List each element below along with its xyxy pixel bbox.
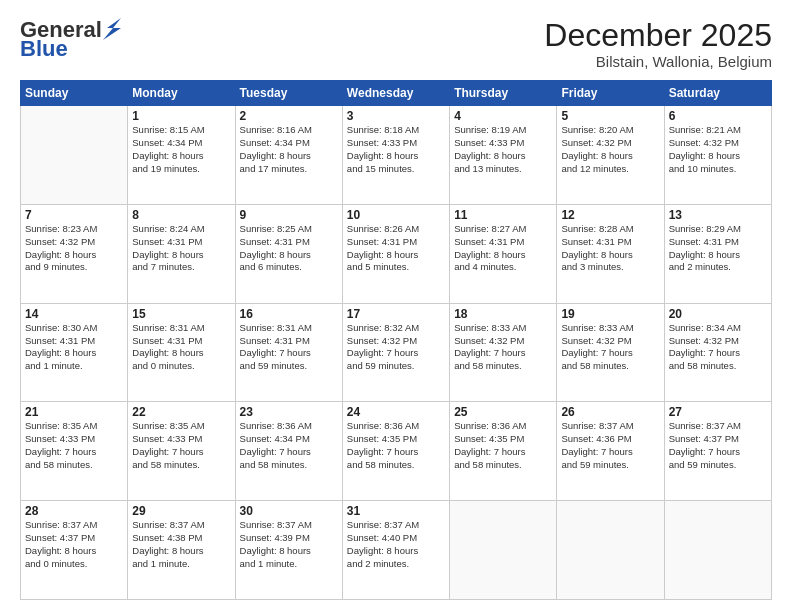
table-row: 23Sunrise: 8:36 AMSunset: 4:34 PMDayligh…	[235, 402, 342, 501]
day-info-line: Daylight: 8 hours	[25, 347, 123, 360]
day-number: 21	[25, 405, 123, 419]
day-info-line: and 17 minutes.	[240, 163, 338, 176]
day-info-line: Sunset: 4:31 PM	[132, 335, 230, 348]
day-number: 2	[240, 109, 338, 123]
day-info-line: Sunrise: 8:23 AM	[25, 223, 123, 236]
day-number: 11	[454, 208, 552, 222]
day-number: 1	[132, 109, 230, 123]
col-monday: Monday	[128, 81, 235, 106]
day-info-line: Sunset: 4:32 PM	[347, 335, 445, 348]
day-info-line: Sunrise: 8:33 AM	[454, 322, 552, 335]
day-number: 13	[669, 208, 767, 222]
day-info-line: and 1 minute.	[240, 558, 338, 571]
day-info-line: Daylight: 8 hours	[240, 249, 338, 262]
day-info-line: and 15 minutes.	[347, 163, 445, 176]
day-info-line: and 0 minutes.	[25, 558, 123, 571]
day-number: 26	[561, 405, 659, 419]
day-info-line: Sunrise: 8:37 AM	[669, 420, 767, 433]
day-info-line: Sunrise: 8:27 AM	[454, 223, 552, 236]
day-info-line: Sunrise: 8:24 AM	[132, 223, 230, 236]
day-info-line: Daylight: 8 hours	[25, 545, 123, 558]
day-info-line: Sunrise: 8:30 AM	[25, 322, 123, 335]
day-info-line: Sunrise: 8:37 AM	[240, 519, 338, 532]
day-info-line: Daylight: 7 hours	[561, 347, 659, 360]
day-info-line: Sunrise: 8:32 AM	[347, 322, 445, 335]
table-row: 27Sunrise: 8:37 AMSunset: 4:37 PMDayligh…	[664, 402, 771, 501]
day-info-line: Daylight: 8 hours	[132, 150, 230, 163]
day-info-line: Sunrise: 8:31 AM	[240, 322, 338, 335]
col-wednesday: Wednesday	[342, 81, 449, 106]
day-number: 5	[561, 109, 659, 123]
day-info-line: Daylight: 7 hours	[347, 347, 445, 360]
day-number: 17	[347, 307, 445, 321]
day-number: 19	[561, 307, 659, 321]
header: General Blue December 2025 Bilstain, Wal…	[20, 18, 772, 70]
day-number: 3	[347, 109, 445, 123]
day-info-line: Daylight: 8 hours	[240, 545, 338, 558]
table-row: 2Sunrise: 8:16 AMSunset: 4:34 PMDaylight…	[235, 106, 342, 205]
day-number: 12	[561, 208, 659, 222]
day-info-line: Daylight: 8 hours	[347, 545, 445, 558]
day-number: 24	[347, 405, 445, 419]
day-info-line: and 12 minutes.	[561, 163, 659, 176]
logo: General Blue	[20, 18, 121, 60]
day-number: 6	[669, 109, 767, 123]
day-info-line: Daylight: 8 hours	[132, 545, 230, 558]
table-row: 13Sunrise: 8:29 AMSunset: 4:31 PMDayligh…	[664, 204, 771, 303]
table-row: 14Sunrise: 8:30 AMSunset: 4:31 PMDayligh…	[21, 303, 128, 402]
day-info-line: and 19 minutes.	[132, 163, 230, 176]
day-info-line: and 5 minutes.	[347, 261, 445, 274]
col-tuesday: Tuesday	[235, 81, 342, 106]
table-row	[557, 501, 664, 600]
day-info-line: Daylight: 8 hours	[240, 150, 338, 163]
table-row: 28Sunrise: 8:37 AMSunset: 4:37 PMDayligh…	[21, 501, 128, 600]
calendar-week-row: 21Sunrise: 8:35 AMSunset: 4:33 PMDayligh…	[21, 402, 772, 501]
day-number: 23	[240, 405, 338, 419]
table-row	[450, 501, 557, 600]
day-info-line: Sunset: 4:36 PM	[561, 433, 659, 446]
day-info-line: and 7 minutes.	[132, 261, 230, 274]
table-row: 6Sunrise: 8:21 AMSunset: 4:32 PMDaylight…	[664, 106, 771, 205]
day-info-line: Daylight: 8 hours	[347, 150, 445, 163]
day-info-line: Daylight: 8 hours	[454, 150, 552, 163]
day-info-line: Sunset: 4:33 PM	[25, 433, 123, 446]
day-info-line: and 9 minutes.	[25, 261, 123, 274]
day-info-line: and 58 minutes.	[347, 459, 445, 472]
day-info-line: and 59 minutes.	[669, 459, 767, 472]
day-info-line: Sunset: 4:38 PM	[132, 532, 230, 545]
day-number: 20	[669, 307, 767, 321]
day-info-line: Sunset: 4:37 PM	[669, 433, 767, 446]
day-info-line: Daylight: 8 hours	[454, 249, 552, 262]
table-row: 4Sunrise: 8:19 AMSunset: 4:33 PMDaylight…	[450, 106, 557, 205]
day-info-line: Daylight: 7 hours	[669, 347, 767, 360]
day-info-line: Sunrise: 8:25 AM	[240, 223, 338, 236]
table-row: 30Sunrise: 8:37 AMSunset: 4:39 PMDayligh…	[235, 501, 342, 600]
page: General Blue December 2025 Bilstain, Wal…	[0, 0, 792, 612]
day-info-line: Sunrise: 8:33 AM	[561, 322, 659, 335]
table-row: 25Sunrise: 8:36 AMSunset: 4:35 PMDayligh…	[450, 402, 557, 501]
day-number: 30	[240, 504, 338, 518]
table-row: 3Sunrise: 8:18 AMSunset: 4:33 PMDaylight…	[342, 106, 449, 205]
day-info-line: Sunrise: 8:15 AM	[132, 124, 230, 137]
calendar-week-row: 28Sunrise: 8:37 AMSunset: 4:37 PMDayligh…	[21, 501, 772, 600]
day-info-line: and 10 minutes.	[669, 163, 767, 176]
day-info-line: and 58 minutes.	[454, 459, 552, 472]
day-info-line: Sunset: 4:33 PM	[454, 137, 552, 150]
day-info-line: Sunrise: 8:37 AM	[132, 519, 230, 532]
day-info-line: Sunrise: 8:20 AM	[561, 124, 659, 137]
day-info-line: Daylight: 8 hours	[669, 249, 767, 262]
day-info-line: Sunset: 4:34 PM	[240, 137, 338, 150]
day-info-line: and 58 minutes.	[25, 459, 123, 472]
day-number: 4	[454, 109, 552, 123]
day-number: 10	[347, 208, 445, 222]
table-row: 19Sunrise: 8:33 AMSunset: 4:32 PMDayligh…	[557, 303, 664, 402]
day-info-line: and 59 minutes.	[347, 360, 445, 373]
day-info-line: and 1 minute.	[25, 360, 123, 373]
day-info-line: Sunset: 4:32 PM	[669, 335, 767, 348]
day-number: 18	[454, 307, 552, 321]
day-number: 16	[240, 307, 338, 321]
table-row: 17Sunrise: 8:32 AMSunset: 4:32 PMDayligh…	[342, 303, 449, 402]
day-info-line: Sunset: 4:31 PM	[25, 335, 123, 348]
day-info-line: Sunrise: 8:16 AM	[240, 124, 338, 137]
day-info-line: Sunrise: 8:31 AM	[132, 322, 230, 335]
